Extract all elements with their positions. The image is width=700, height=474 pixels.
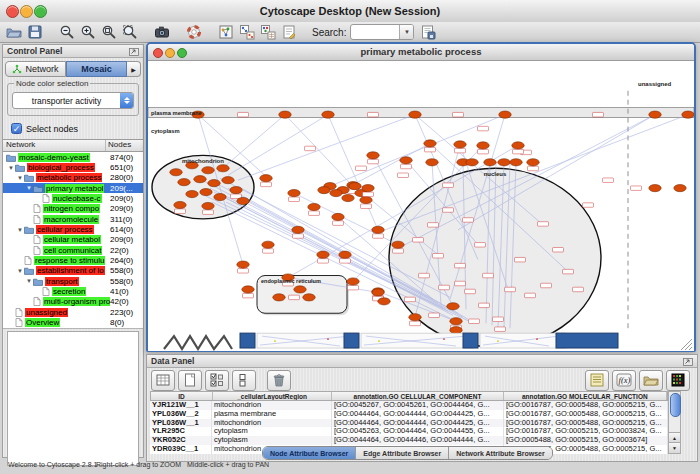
- tree-row[interactable]: ▼transport558(0): [3, 276, 143, 286]
- tree-row[interactable]: response to stimulu264(0): [3, 255, 143, 265]
- heatmap-icon[interactable]: [666, 370, 690, 391]
- network-overview-icon[interactable]: [216, 23, 235, 41]
- table-row[interactable]: YPL036W__2plasma membrane[GO:0044464, GO…: [150, 410, 668, 419]
- zoom-fit-icon[interactable]: [99, 23, 118, 41]
- tree-row[interactable]: unassigned223(0): [3, 307, 143, 317]
- expander-icon[interactable]: ▼: [16, 227, 24, 233]
- annotation-icon[interactable]: [279, 23, 298, 41]
- zoom-out-icon[interactable]: [57, 23, 76, 41]
- graph-node[interactable]: [292, 226, 304, 233]
- search-combobox[interactable]: [350, 24, 414, 40]
- graph-node[interactable]: [288, 190, 300, 197]
- tree-row[interactable]: ▼metabolic process280(0): [3, 173, 143, 183]
- tab-overflow-icon[interactable]: [127, 61, 141, 77]
- zoom-selected-icon[interactable]: [120, 23, 139, 41]
- graph-node[interactable]: [450, 318, 462, 325]
- graph-node[interactable]: [200, 189, 212, 196]
- graph-node[interactable]: [222, 177, 234, 184]
- tree-row[interactable]: mosaic-demo-yeast874(0): [3, 152, 143, 162]
- select-nodes-checkbox[interactable]: [11, 123, 22, 134]
- zoom-in-icon[interactable]: [78, 23, 97, 41]
- graph-node[interactable]: [347, 278, 359, 285]
- graph-node[interactable]: [303, 294, 315, 301]
- function-builder-icon[interactable]: f(x): [612, 370, 636, 391]
- tree-row[interactable]: macromolecule311(0): [3, 214, 143, 224]
- graph-node[interactable]: [262, 241, 274, 248]
- save-session-icon[interactable]: [418, 23, 437, 41]
- graph-node[interactable]: [360, 196, 372, 203]
- table-row[interactable]: YPL036W__1mitochondrion[GO:0044464, GO:0…: [150, 419, 668, 428]
- attribute-matrix-icon[interactable]: [151, 370, 175, 391]
- network-view-titlebar[interactable]: primary metabolic process: [148, 44, 694, 61]
- graph-node[interactable]: [214, 193, 226, 200]
- open-folder-icon[interactable]: [4, 23, 23, 41]
- graph-node[interactable]: [194, 176, 206, 183]
- tab-mosaic[interactable]: Mosaic: [66, 61, 127, 77]
- graph-node[interactable]: [409, 314, 421, 321]
- graph-node[interactable]: [527, 159, 539, 166]
- scroll-down-icon[interactable]: ▼: [669, 442, 680, 453]
- graph-node[interactable]: [512, 142, 524, 149]
- graph-node[interactable]: [217, 165, 229, 172]
- column-header[interactable]: _cellularLayoutRegion: [213, 392, 333, 400]
- graph-node[interactable]: [649, 185, 661, 192]
- graph-node[interactable]: [349, 183, 361, 190]
- column-header[interactable]: annotation.GO MOLECULAR_FUNCTION: [504, 392, 667, 400]
- search-input[interactable]: [351, 25, 399, 39]
- table-row[interactable]: YKR052Ccytoplasm[GO:0044464, GO:0044446,…: [150, 436, 668, 445]
- graph-node[interactable]: [339, 251, 351, 258]
- import-attributes-icon[interactable]: [639, 370, 663, 391]
- graph-node[interactable]: [484, 159, 496, 166]
- graph-node[interactable]: [332, 213, 344, 220]
- tree-row[interactable]: Overview8(0): [3, 318, 143, 328]
- new-attribute-icon[interactable]: [178, 370, 202, 391]
- graph-node[interactable]: [409, 111, 421, 118]
- graph-node[interactable]: [392, 241, 404, 248]
- import-network-icon[interactable]: [237, 23, 256, 41]
- graph-node[interactable]: [186, 191, 198, 198]
- graph-node[interactable]: [318, 187, 330, 194]
- graph-node[interactable]: [362, 185, 374, 192]
- graph-node[interactable]: [477, 142, 489, 149]
- graph-node[interactable]: [372, 289, 384, 296]
- graph-node[interactable]: [273, 294, 285, 301]
- graph-node[interactable]: [174, 201, 186, 208]
- import-table-icon[interactable]: [258, 23, 277, 41]
- graph-node[interactable]: [208, 180, 220, 187]
- expander-icon[interactable]: ▼: [7, 165, 15, 171]
- graph-node[interactable]: [372, 226, 384, 233]
- dropdown-stepper-icon[interactable]: [120, 93, 133, 108]
- graph-node[interactable]: [317, 251, 329, 258]
- table-row[interactable]: YLR295Ccytoplasm[GO:0045263, GO:0044464,…: [150, 427, 668, 436]
- graph-node[interactable]: [424, 140, 436, 147]
- attribute-table-header[interactable]: ID_cellularLayoutRegionannotation.GO CEL…: [150, 391, 668, 401]
- graph-node[interactable]: [242, 286, 254, 293]
- unselect-attributes-icon[interactable]: [232, 370, 256, 391]
- graph-node[interactable]: [367, 152, 379, 159]
- graph-node[interactable]: [202, 167, 214, 174]
- float-panel-icon[interactable]: [129, 42, 139, 60]
- graph-node[interactable]: [510, 159, 522, 166]
- delete-attributes-icon[interactable]: [267, 370, 291, 391]
- tree-row[interactable]: nucleobase-c209(0): [3, 193, 143, 203]
- tree-row[interactable]: ▼primary metabol209(...: [3, 183, 143, 193]
- graph-node[interactable]: [279, 111, 291, 118]
- graph-node[interactable]: [330, 190, 342, 197]
- graph-node[interactable]: [400, 157, 412, 164]
- expander-icon[interactable]: ▼: [16, 175, 24, 181]
- graph-node[interactable]: [308, 203, 320, 210]
- expander-icon[interactable]: ▼: [16, 268, 24, 274]
- graph-node[interactable]: [237, 197, 249, 204]
- batch-edit-icon[interactable]: [585, 370, 609, 391]
- tab-network[interactable]: Network: [5, 61, 66, 77]
- save-icon[interactable]: [25, 23, 44, 41]
- snapshot-camera-icon[interactable]: [152, 23, 171, 41]
- float-panel-icon[interactable]: [683, 352, 693, 370]
- scrollbar-thumb[interactable]: [670, 393, 681, 417]
- network-canvas[interactable]: plasma membranecytoplasmmitochondrionnuc…: [148, 61, 694, 351]
- tree-row[interactable]: ▼cellular process614(0): [3, 224, 143, 234]
- tree-row[interactable]: cell communicat22(0): [3, 245, 143, 255]
- column-header[interactable]: ID: [151, 392, 213, 400]
- graph-node[interactable]: [202, 202, 214, 209]
- graph-node[interactable]: [378, 298, 390, 305]
